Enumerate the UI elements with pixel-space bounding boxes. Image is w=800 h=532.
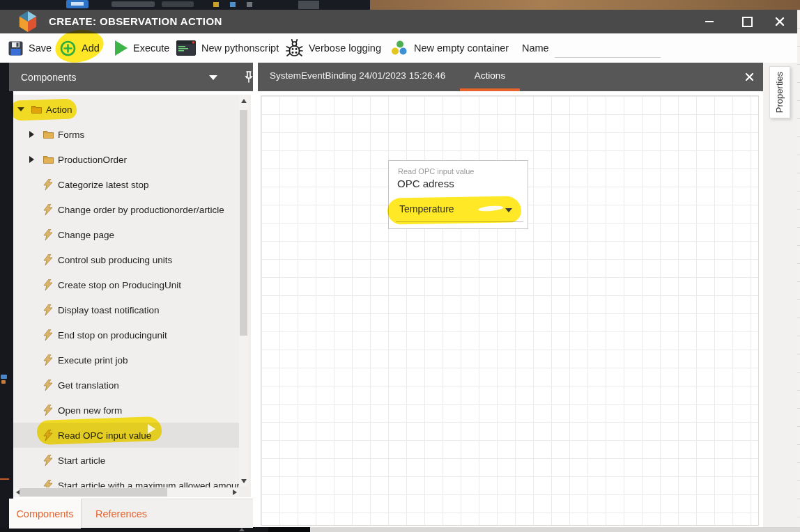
scroll-down-arrow[interactable]: [239, 476, 248, 486]
background-icon-fragment: [298, 1, 319, 9]
tree-item-start-article-with-a-maximum-allowed-amount[interactable]: Start article with a maximum allowed amo…: [13, 473, 239, 487]
tree-item-label: Start article with a maximum allowed amo…: [58, 480, 239, 488]
new-pythonscript-button[interactable]: New pythonscript: [176, 33, 279, 63]
action-icon: [43, 354, 55, 366]
tree-item-change-order-by-productionorder-article[interactable]: Change order by productionorder/article: [13, 197, 239, 222]
action-icon: [43, 254, 55, 265]
background-mark: [1, 375, 7, 379]
toolbar: Save Add Execute New pythonscript: [0, 33, 797, 63]
save-button[interactable]: Save: [8, 33, 52, 63]
highlight-action-node: [10, 98, 77, 120]
background-mark: [0, 478, 9, 480]
action-icon: [43, 179, 55, 190]
play-icon: [115, 40, 128, 56]
background-window-right-sliver: [797, 10, 800, 527]
add-label: Add: [82, 42, 100, 54]
tab-references[interactable]: References: [82, 499, 160, 528]
properties-rail: Properties: [763, 63, 797, 527]
tree-item-display-toast-notification[interactable]: Display toast notification: [13, 297, 239, 322]
terminal-icon: [176, 40, 196, 56]
designer-canvas[interactable]: [258, 91, 763, 527]
scroll-right-arrow[interactable]: [230, 487, 239, 497]
tab-references-label: References: [95, 508, 147, 519]
chevron-right-icon[interactable]: [29, 131, 43, 138]
tree-item-change-page[interactable]: Change page: [13, 222, 239, 247]
properties-tab[interactable]: Properties: [769, 66, 790, 118]
new-empty-container-button[interactable]: New empty container: [390, 33, 509, 63]
new-pythonscript-label: New pythonscript: [201, 42, 279, 54]
background-icon-fragment: [247, 2, 252, 7]
execute-label: Execute: [133, 42, 169, 54]
document-tab-bar: SystemEventBinding 24/01/2023 15:26:46 A…: [258, 63, 763, 91]
action-icon: [43, 304, 55, 315]
chevron-right-icon[interactable]: [29, 156, 43, 163]
minimize-button[interactable]: [699, 13, 720, 31]
titlebar: CREATE: OBSERVATION ACTION: [0, 10, 797, 33]
tree-item-label: Get translation: [58, 380, 119, 391]
tree-item-get-translation[interactable]: Get translation: [13, 373, 239, 398]
tree-item-label: Create stop on ProducingUnit: [58, 280, 181, 290]
close-icon: [775, 17, 785, 26]
tree-horizontal-scrollbar[interactable]: [13, 487, 239, 497]
name-input[interactable]: [555, 40, 661, 58]
tree-item-categorize-latest-stop[interactable]: Categorize latest stop: [13, 172, 239, 197]
folder-icon: [43, 130, 55, 139]
container-dots-icon: [390, 40, 408, 56]
tree-item-label: Change order by productionorder/article: [58, 205, 224, 215]
add-icon: [60, 40, 76, 56]
background-mark: [1, 380, 6, 384]
folder-icon: [43, 155, 55, 164]
background-mark: [239, 528, 245, 531]
tree-item-label: Categorize latest stop: [58, 180, 149, 190]
name-label: Name: [522, 33, 549, 63]
background-icon-fragment: [230, 2, 236, 7]
tree-item-label: Execute print job: [58, 355, 128, 366]
background-icon-fragment: [213, 2, 219, 7]
tree-item-execute-print-job[interactable]: Execute print job: [13, 347, 239, 373]
tab-components[interactable]: Components: [9, 499, 81, 529]
action-icon: [43, 380, 55, 391]
tree-item-label: Start article: [58, 455, 105, 466]
tab-actions[interactable]: Actions: [460, 63, 520, 88]
background-text-fragment: [162, 1, 194, 7]
dropdown-arrow-icon[interactable]: [505, 208, 512, 212]
tree-item-label: Display toast notification: [58, 305, 160, 315]
tree-item-create-stop-on-producingunit[interactable]: Create stop on ProducingUnit: [13, 272, 239, 297]
tree-item-label: Forms: [58, 130, 84, 140]
background-app-icon: [66, 0, 89, 8]
close-button[interactable]: [769, 13, 790, 31]
tree-item-label: ProductionOrder: [58, 155, 127, 165]
tree-item-forms[interactable]: Forms: [13, 122, 239, 147]
minimize-icon: [705, 21, 714, 22]
pin-icon[interactable]: [243, 70, 254, 86]
tree-item-control-sub-producing-units[interactable]: Control sub producing units: [13, 247, 239, 272]
opc-address-dropdown[interactable]: Temperature: [399, 203, 454, 214]
app-logo-icon: [18, 11, 38, 35]
close-icon: [745, 72, 754, 81]
tree-item-productionorder[interactable]: ProductionOrder: [13, 147, 239, 172]
scroll-up-arrow[interactable]: [239, 96, 248, 106]
tree-vertical-scrollbar[interactable]: [239, 96, 248, 486]
action-icon: [43, 405, 55, 416]
horizontal-scroll-thumb[interactable]: [20, 488, 167, 496]
vertical-scroll-thumb[interactable]: [240, 110, 247, 336]
verbose-logging-button[interactable]: Verbose logging: [286, 33, 381, 63]
highlight-read-opc-item: [36, 416, 162, 445]
tree-item-label: Control sub producing units: [58, 255, 172, 265]
components-panel-title: Components: [21, 72, 76, 83]
desktop-wallpaper-sliver: [370, 0, 800, 10]
background-dark-strip: [268, 527, 310, 532]
save-label: Save: [29, 42, 52, 54]
chevron-down-icon[interactable]: [209, 75, 217, 80]
document-close-button[interactable]: [740, 68, 758, 85]
execute-button[interactable]: Execute: [115, 33, 169, 63]
tree-item-start-article[interactable]: Start article: [13, 448, 239, 473]
background-left-rail: [0, 63, 13, 527]
action-icon: [43, 279, 55, 290]
maximize-icon: [742, 17, 753, 27]
tree-item-end-stop-on-producingunit[interactable]: End stop on producingunit: [13, 322, 239, 347]
action-icon: [43, 204, 55, 215]
maximize-button[interactable]: [737, 13, 757, 31]
bug-icon: [286, 39, 303, 57]
properties-tab-label: Properties: [775, 72, 785, 113]
